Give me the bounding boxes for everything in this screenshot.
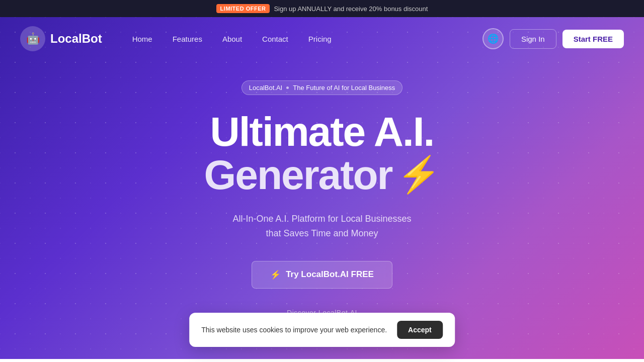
signin-button[interactable]: Sign In	[510, 29, 556, 49]
top-banner: LIMITED OFFER Sign up ANNUALLY and recei…	[0, 0, 644, 17]
globe-button[interactable]: 🌐	[482, 28, 504, 49]
logo[interactable]: 🤖 LocalBot	[20, 26, 102, 51]
hero-subtitle: All-In-One A.I. Platform for Local Busin…	[232, 212, 411, 241]
logo-bot-icon: 🤖	[26, 32, 40, 45]
nav-features[interactable]: Features	[173, 35, 202, 43]
breadcrumb-tagline: The Future of AI for Local Business	[293, 84, 395, 92]
nav-about[interactable]: About	[222, 35, 242, 43]
nav-links: Home Features About Contact Pricing	[132, 35, 482, 43]
logo-local: Local	[50, 32, 82, 45]
start-free-button[interactable]: Start FREE	[562, 30, 624, 48]
nav-actions: 🌐 Sign In Start FREE	[482, 28, 624, 49]
hero-content: LocalBot.AI The Future of AI for Local B…	[0, 60, 644, 317]
nav-home[interactable]: Home	[132, 35, 152, 43]
logo-bot: Bot	[82, 32, 102, 45]
cookie-text: This website uses cookies to improve you…	[201, 326, 387, 334]
breadcrumb: LocalBot.AI The Future of AI for Local B…	[242, 80, 403, 95]
hero-subtitle-line2: that Saves Time and Money	[266, 228, 378, 238]
logo-icon: 🤖	[20, 26, 45, 51]
nav-contact[interactable]: Contact	[262, 35, 288, 43]
breadcrumb-separator	[286, 86, 289, 89]
hero-section: 🤖 LocalBot Home Features About Contact P…	[0, 17, 644, 359]
cta-lightning-icon: ⚡	[270, 269, 281, 280]
hero-subtitle-line1: All-In-One A.I. Platform for Local Busin…	[232, 214, 411, 224]
hero-title-line1: Ultimate A.I.	[210, 110, 434, 153]
logo-text: LocalBot	[50, 32, 102, 46]
offer-text: Sign up ANNUALLY and receive 20% bonus d…	[274, 5, 428, 13]
accept-cookies-button[interactable]: Accept	[397, 321, 443, 339]
hero-title-generator: Generator	[204, 153, 392, 197]
offer-badge: LIMITED OFFER	[216, 4, 270, 13]
lightning-icon: ⚡	[397, 156, 440, 194]
breadcrumb-site: LocalBot.AI	[249, 84, 283, 92]
cookie-banner: This website uses cookies to improve you…	[189, 313, 455, 347]
navbar: 🤖 LocalBot Home Features About Contact P…	[0, 17, 644, 60]
cta-label: Try LocalBot.AI FREE	[286, 269, 374, 280]
hero-title-line2: Generator ⚡	[204, 153, 440, 197]
nav-pricing[interactable]: Pricing	[308, 35, 332, 43]
try-cta-button[interactable]: ⚡ Try LocalBot.AI FREE	[252, 261, 392, 289]
globe-icon: 🌐	[488, 33, 499, 44]
